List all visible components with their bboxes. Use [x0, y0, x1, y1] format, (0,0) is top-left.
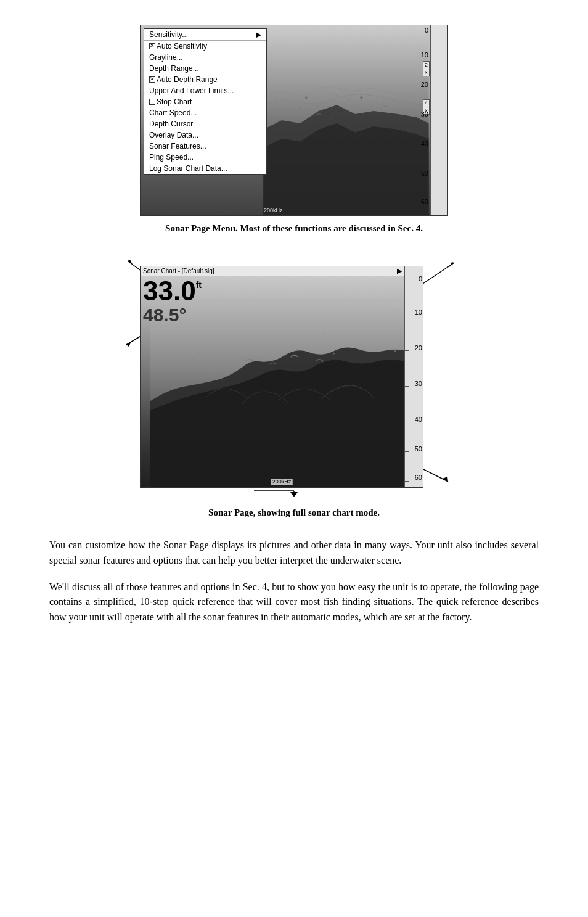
tick — [405, 315, 409, 315]
svg-point-51 — [195, 333, 197, 334]
svg-marker-18 — [449, 262, 454, 267]
svg-point-40 — [333, 353, 335, 355]
menu-item-log-sonar[interactable]: Log Sonar Chart Data... — [144, 163, 266, 174]
svg-marker-28 — [443, 477, 448, 482]
svg-point-4 — [329, 117, 333, 120]
svg-point-52 — [232, 327, 233, 328]
svg-point-45 — [241, 306, 242, 307]
frequency-label-2: 200kHz — [271, 479, 293, 485]
svg-point-13 — [373, 101, 374, 102]
svg-point-10 — [336, 95, 338, 97]
svg-point-47 — [303, 309, 304, 310]
depth-scale-2: 0 10 20 30 40 50 60 — [404, 266, 423, 487]
tick — [405, 350, 409, 351]
menu-item-chart-speed[interactable]: Chart Speed... — [144, 107, 266, 118]
menu-item-overlay-data[interactable]: Overlay Data... — [144, 130, 266, 141]
svg-point-48 — [333, 314, 335, 315]
svg-point-37 — [223, 355, 224, 356]
svg-point-6 — [293, 101, 295, 102]
depth-reading-small: 48.5° — [143, 306, 186, 324]
figure-2: Sonar Chart - [Default.slg] ▶ 33.0ft 48.… — [49, 253, 539, 518]
tick — [405, 422, 409, 422]
sonar-chart-container: Sonar Chart - [Default.slg] ▶ 33.0ft 48.… — [121, 253, 467, 500]
body-text-2: We'll discuss all of those features and … — [49, 580, 539, 625]
menu-item-auto-depth-range[interactable]: Auto Depth Range — [144, 74, 266, 85]
tick — [405, 279, 409, 279]
tick — [405, 451, 409, 452]
sonar-menu-image: Sensitivity... ▶ Auto Sensitivity Grayli… — [140, 25, 448, 216]
menu-overlay: Sensitivity... ▶ Auto Sensitivity Grayli… — [144, 28, 267, 175]
svg-marker-30 — [290, 492, 298, 497]
tick — [405, 481, 409, 482]
svg-point-38 — [259, 352, 261, 353]
menu-item-ping-speed[interactable]: Ping Speed... — [144, 152, 266, 163]
svg-rect-35 — [150, 327, 414, 329]
depth-reading-large: 33.0ft — [143, 278, 202, 305]
menu-item-depth-range[interactable]: Depth Range... — [144, 63, 266, 74]
svg-point-42 — [394, 350, 396, 352]
svg-point-14 — [385, 105, 387, 107]
sonar-chart-inner: Sonar Chart - [Default.slg] ▶ 33.0ft 48.… — [140, 266, 423, 488]
menu-item-upper-lower[interactable]: Upper And Lower Limits... — [144, 85, 266, 96]
svg-point-55 — [376, 328, 377, 329]
body-text-1: You can customize how the Sonar Page dis… — [49, 538, 539, 569]
svg-point-53 — [278, 332, 279, 333]
tick — [405, 386, 409, 387]
svg-point-3 — [316, 113, 321, 115]
svg-point-41 — [364, 348, 365, 350]
svg-point-46 — [272, 315, 273, 316]
svg-point-8 — [299, 107, 301, 109]
stop-chart-checkbox[interactable] — [149, 99, 155, 105]
depth-scale-1: 0 10 2x 20 4x 30 40 50 60 — [430, 25, 447, 215]
figure-2-caption: Sonar Page, showing full sonar chart mod… — [208, 508, 380, 518]
svg-marker-20 — [126, 342, 131, 347]
frequency-label-1: 200kHz — [264, 207, 283, 213]
svg-point-11 — [348, 99, 349, 101]
svg-point-12 — [360, 96, 362, 99]
menu-item-sonar-features[interactable]: Sonar Features... — [144, 141, 266, 152]
svg-point-49 — [364, 308, 365, 309]
menu-item-sensitivity[interactable]: Sensitivity... ▶ — [144, 29, 266, 41]
auto-sensitivity-checkbox[interactable] — [149, 43, 155, 49]
svg-point-36 — [198, 358, 200, 360]
svg-point-44 — [211, 312, 212, 313]
svg-point-54 — [327, 330, 329, 331]
figure-1: Sensitivity... ▶ Auto Sensitivity Grayli… — [49, 25, 539, 234]
svg-marker-16 — [128, 260, 133, 265]
chart-header: Sonar Chart - [Default.slg] ▶ — [141, 266, 404, 276]
menu-item-depth-cursor[interactable]: Depth Cursor — [144, 118, 266, 130]
menu-item-grayline[interactable]: Grayline... — [144, 52, 266, 63]
menu-item-stop-chart[interactable]: Stop Chart — [144, 96, 266, 107]
figure-1-caption: Sonar Page Menu. Most of these functions… — [165, 223, 423, 234]
auto-depth-range-checkbox[interactable] — [149, 76, 155, 83]
svg-point-39 — [296, 348, 298, 350]
page-content: Sensitivity... ▶ Auto Sensitivity Grayli… — [49, 25, 539, 625]
menu-item-auto-sensitivity[interactable]: Auto Sensitivity — [144, 41, 266, 52]
svg-point-7 — [305, 96, 308, 99]
svg-point-50 — [394, 310, 396, 311]
